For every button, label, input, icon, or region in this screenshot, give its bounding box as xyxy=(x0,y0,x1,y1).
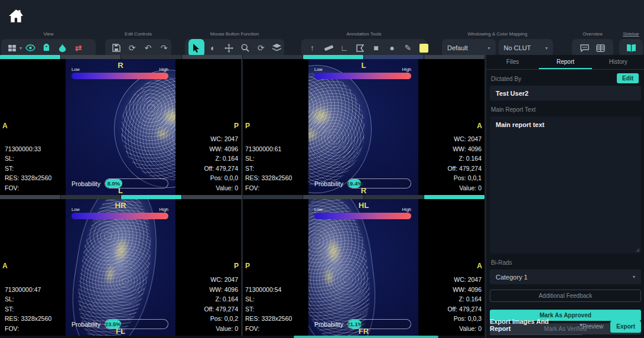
window-center: WC: 2047 xyxy=(204,134,238,144)
mammogram-image[interactable]: Low High Probability 19.4% xyxy=(308,59,418,195)
rectangle-button[interactable]: ■ xyxy=(369,40,383,56)
image-stats-right: WC: 2047 WW: 4096 Z: 0.164 Off: 479,274 … xyxy=(204,134,238,193)
save-button[interactable] xyxy=(109,40,123,56)
tab-report[interactable]: Report xyxy=(539,55,591,69)
ruler-icon xyxy=(324,44,333,52)
pan-button[interactable] xyxy=(222,40,236,56)
main-report-textarea[interactable]: Main report text xyxy=(490,116,641,254)
clut-value: No CLUT xyxy=(504,44,531,51)
colorbar-gradient xyxy=(71,73,168,79)
probability-fill: 21.1% xyxy=(348,320,362,329)
scroll-track-seg[interactable] xyxy=(182,55,242,59)
undo-button[interactable]: ↶ xyxy=(141,40,155,56)
mammogram-image[interactable]: Low High Probability 8.0% xyxy=(66,59,175,195)
overview-tool-group xyxy=(572,39,613,57)
ellipse-button[interactable]: ● xyxy=(385,40,399,56)
top-toolbar: View ▾ xyxy=(0,0,644,55)
scroll-track-seg[interactable] xyxy=(121,55,181,59)
labels-button[interactable] xyxy=(39,40,54,56)
scroll-track-seg[interactable] xyxy=(243,55,303,59)
scroll-thumb[interactable] xyxy=(294,336,438,338)
colorbar-gradient xyxy=(314,73,411,79)
window-preset-select[interactable]: Default ▾ xyxy=(442,39,496,57)
scroll-thumb[interactable] xyxy=(424,195,484,199)
scroll-thumb[interactable] xyxy=(121,195,181,199)
export-type-select[interactable]: Export Images And Report ▾ xyxy=(490,318,583,335)
comments-button[interactable] xyxy=(577,40,592,56)
image-stats-left: 71300000:33 SL: ST: RES: 3328x2560 FOV: xyxy=(5,144,51,193)
mouse-tool-group: ◐ ⟳ xyxy=(185,39,284,57)
annotation-color-button[interactable] xyxy=(417,40,431,56)
overview-table-button[interactable] xyxy=(593,40,608,56)
slice-thickness: ST: xyxy=(245,304,292,314)
toolbar-section-annotation: Annotation Tools ↑ ∟ ■ ● ✎ xyxy=(301,31,427,57)
scroll-strip-bottom[interactable] xyxy=(0,336,484,338)
layers-button[interactable] xyxy=(269,40,284,56)
scroll-track-seg[interactable] xyxy=(364,55,424,59)
polygon-button[interactable] xyxy=(353,40,367,56)
cursor-tool-button[interactable] xyxy=(188,39,204,57)
report-panel: Dictated By Edit Test User2 Main Report … xyxy=(486,76,644,334)
scroll-track-seg[interactable] xyxy=(182,195,242,199)
visibility-button[interactable] xyxy=(23,40,38,56)
refresh-button[interactable]: ⟳ xyxy=(125,40,139,56)
preview-button[interactable]: Preview xyxy=(583,323,604,330)
sync-button[interactable]: ⟳ xyxy=(253,40,268,56)
scroll-track-seg[interactable] xyxy=(61,195,121,199)
edit-tool-group: ⟳ ↶ ↷ xyxy=(105,39,171,57)
scroll-track-seg[interactable] xyxy=(303,195,363,199)
tab-history[interactable]: History xyxy=(592,55,644,69)
layout-grid-button[interactable] xyxy=(5,40,19,56)
freehand-button[interactable]: ✎ xyxy=(401,40,415,56)
angle-button[interactable]: ∟ xyxy=(337,40,352,56)
scroll-track-seg[interactable] xyxy=(424,55,484,59)
scroll-strip-row1[interactable] xyxy=(0,55,484,59)
scroll-track-seg[interactable] xyxy=(243,195,303,199)
window-width: WW: 4096 xyxy=(447,144,482,154)
viewport-l-mlo[interactable]: 71300000:54 SL: ST: RES: 3328x2560 FOV: … xyxy=(243,199,484,336)
scroll-track-seg[interactable] xyxy=(61,55,121,59)
position: Pos: 0,0,0 xyxy=(204,173,238,183)
heatmap-button[interactable] xyxy=(55,40,70,56)
viewport-l-cc[interactable]: 71300000:61 SL: ST: RES: 3328x2560 FOV: … xyxy=(243,59,484,195)
image-stats-left: 71300000:54 SL: ST: RES: 3328x2560 FOV: xyxy=(245,285,292,334)
viewport-grid: 71300000:33 SL: ST: RES: 3328x2560 FOV: … xyxy=(0,55,484,338)
orientation-label-right: P xyxy=(234,262,239,270)
probability-bar: 23.5% xyxy=(105,319,168,329)
scroll-strip-row2[interactable] xyxy=(0,195,484,199)
section-label: Annotation Tools xyxy=(301,31,427,37)
orientation-label-top: L xyxy=(243,61,484,70)
ruler-button[interactable] xyxy=(321,40,336,56)
redo-button[interactable]: ↷ xyxy=(157,40,171,56)
chevron-down-icon[interactable]: ▾ xyxy=(19,46,22,51)
viewport-r-mlo[interactable]: 71300000:47 SL: ST: RES: 3328x2560 FOV: … xyxy=(0,199,241,336)
sidebar-toggle-button[interactable] xyxy=(624,40,639,56)
shuffle-button[interactable]: ⇄ xyxy=(71,40,86,56)
tab-files[interactable]: Files xyxy=(486,55,539,69)
scroll-track-seg[interactable] xyxy=(364,195,424,199)
annotation-tool-group: ↑ ∟ ■ ● ✎ xyxy=(301,39,427,57)
slice-location: SL: xyxy=(5,154,51,164)
scroll-thumb[interactable] xyxy=(303,55,363,59)
home-button[interactable] xyxy=(5,5,27,27)
position: Pos: 0,0,3 xyxy=(447,314,482,324)
birads-select[interactable]: Category 1 ▾ xyxy=(490,269,641,284)
slice-location: SL: xyxy=(245,294,292,304)
slice-thickness: ST: xyxy=(5,164,51,174)
image-stats-left: 71300000:47 SL: ST: RES: 3328x2560 FOV: xyxy=(5,285,51,334)
export-button[interactable]: Export xyxy=(610,321,641,333)
zoom-tool-button[interactable] xyxy=(238,40,252,56)
arrow-annotation-button[interactable]: ↑ xyxy=(305,40,320,56)
clut-select[interactable]: No CLUT ▾ xyxy=(499,39,553,57)
breast-render xyxy=(114,70,175,188)
scroll-track-seg[interactable] xyxy=(0,195,60,199)
scroll-thumb[interactable] xyxy=(0,55,60,59)
viewport-r-cc[interactable]: 71300000:33 SL: ST: RES: 3328x2560 FOV: … xyxy=(0,59,241,195)
shuffle-icon: ⇄ xyxy=(75,44,82,52)
edit-button[interactable]: Edit xyxy=(617,73,639,83)
window-level-button[interactable]: ◐ xyxy=(206,40,220,56)
mammogram-image[interactable]: Low High Probability 23.5% xyxy=(66,199,175,336)
dictated-by-field[interactable]: Test User2 xyxy=(490,86,641,100)
additional-feedback-button[interactable]: Additional Feedback xyxy=(490,290,641,302)
mammogram-image[interactable]: Low High Probability 21.1% xyxy=(308,199,418,336)
